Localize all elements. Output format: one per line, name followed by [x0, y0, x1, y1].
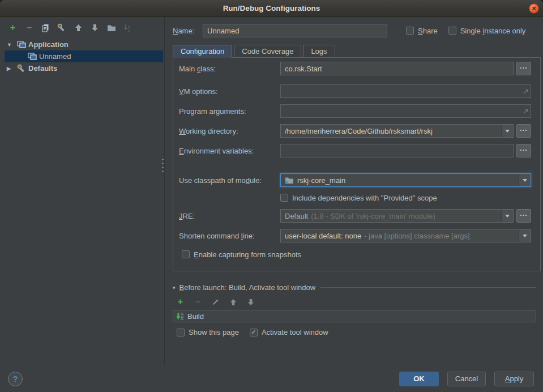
- move-task-up-icon[interactable]: [228, 297, 238, 307]
- program-arguments-wrap: [280, 104, 531, 118]
- module-classpath-value: rskj-core_main: [281, 174, 519, 186]
- splitter-handle[interactable]: [161, 157, 164, 174]
- program-arguments-row: Program arguments:: [179, 104, 540, 118]
- program-arguments-input[interactable]: [280, 104, 531, 118]
- share-checkbox[interactable]: [406, 27, 414, 35]
- tree-item-unnamed[interactable]: Unnamed: [5, 50, 163, 62]
- label-post: ule:: [250, 176, 262, 185]
- collapse-arrow-icon[interactable]: ▾: [173, 285, 176, 291]
- add-configuration-icon[interactable]: +: [8, 23, 18, 33]
- tab-label: Configuration: [181, 47, 224, 56]
- ok-button[interactable]: OK: [399, 372, 439, 386]
- cancel-button[interactable]: Cancel: [447, 372, 486, 386]
- move-task-down-icon[interactable]: [246, 297, 255, 307]
- main-class-row: Main class: ...: [179, 62, 540, 75]
- include-dependencies-row: Include dependencies with "Provided" sco…: [280, 193, 540, 202]
- help-button[interactable]: ?: [8, 372, 23, 386]
- environment-variables-label: Environment variables:: [179, 147, 280, 155]
- show-this-page-checkbox[interactable]: [177, 329, 185, 336]
- copy-configuration-icon[interactable]: [41, 23, 50, 33]
- edit-defaults-icon[interactable]: [57, 23, 67, 33]
- chevron-down-icon[interactable]: ▼: [7, 42, 17, 48]
- remove-task-icon[interactable]: −: [193, 297, 203, 307]
- label-post: ine:: [243, 232, 255, 240]
- tree-item-label: Application: [28, 40, 69, 49]
- chevron-right-icon[interactable]: ▶: [7, 66, 17, 71]
- tree-item-defaults[interactable]: ▶ Defaults: [0, 62, 164, 74]
- working-directory-browse-button[interactable]: ...: [516, 124, 531, 138]
- single-instance-checkbox[interactable]: [448, 27, 456, 35]
- check-icon: ✓: [251, 329, 256, 335]
- label-pre: Shorten command: [179, 232, 241, 240]
- environment-variables-fields: ...: [280, 144, 531, 157]
- jre-row: JRE: Default (1.8 - SDK of 'rskj-core_ma…: [179, 209, 540, 223]
- before-launch-task-row[interactable]: 011001 Build: [173, 310, 536, 322]
- combo-value: rskj-core_main: [297, 176, 345, 185]
- environment-variables-input[interactable]: [280, 144, 514, 157]
- jre-combobox[interactable]: Default (1.8 - SDK of 'rskj-core_main' m…: [280, 209, 514, 223]
- label-pre: Main: [179, 65, 197, 73]
- include-dependencies-checkbox[interactable]: [280, 194, 288, 202]
- separator-line: [320, 287, 536, 288]
- help-icon: ?: [13, 374, 18, 384]
- tab-configuration[interactable]: Configuration: [173, 45, 232, 58]
- before-launch-section: ▾ Before launch: Build, Activate tool wi…: [173, 283, 536, 336]
- main-class-input[interactable]: [280, 62, 514, 75]
- tab-label: Code Coverage: [242, 47, 293, 56]
- dropdown-arrow-icon[interactable]: [519, 229, 531, 242]
- apply-label: Apply: [505, 374, 524, 383]
- label-mnemonic: N: [173, 27, 178, 35]
- enable-capturing-label: Enable capturing form snapshots: [194, 250, 301, 259]
- ok-label: OK: [413, 374, 425, 383]
- working-directory-combobox[interactable]: /home/meriherrera/Code/Github/rsksmart/r…: [280, 124, 514, 138]
- move-up-icon[interactable]: [74, 23, 83, 33]
- main-class-browse-button[interactable]: ...: [516, 62, 531, 75]
- name-input[interactable]: [203, 24, 387, 37]
- sort-configurations-icon[interactable]: az: [123, 23, 132, 33]
- jre-value: Default (1.8 - SDK of 'rskj-core_main' m…: [281, 210, 501, 222]
- dropdown-arrow-icon[interactable]: [501, 210, 513, 222]
- move-down-icon[interactable]: [90, 23, 100, 33]
- module-classpath-combobox[interactable]: rskj-core_main: [280, 173, 531, 187]
- dropdown-arrow-icon[interactable]: [519, 174, 531, 186]
- enable-capturing-checkbox[interactable]: [182, 250, 190, 258]
- jre-label: JRE:: [179, 212, 280, 220]
- enable-capturing-row: Enable capturing form snapshots: [179, 250, 540, 259]
- environment-variables-browse-button[interactable]: ...: [516, 144, 531, 157]
- tab-code-coverage[interactable]: Code Coverage: [234, 45, 301, 58]
- jre-browse-button[interactable]: ...: [516, 209, 531, 223]
- label-post: hare: [423, 27, 438, 35]
- tree-item-application[interactable]: ▼ Application: [0, 39, 164, 50]
- application-type-icon: [17, 41, 28, 48]
- main-class-label: Main class:: [179, 65, 280, 73]
- svg-text:z: z: [128, 28, 130, 32]
- create-folder-icon[interactable]: [106, 23, 116, 33]
- dropdown-arrow-icon[interactable]: [501, 125, 513, 137]
- combo-hint: - java [options] classname [args]: [364, 232, 469, 240]
- combo-hint: (1.8 - SDK of 'rskj-core_main' module): [311, 212, 435, 220]
- plus-icon: +: [10, 23, 15, 32]
- dialog-body: + − az: [0, 17, 543, 365]
- activate-tool-window-checkbox[interactable]: ✓: [250, 329, 258, 336]
- program-arguments-label: Program arguments:: [179, 107, 280, 116]
- vm-options-input[interactable]: [280, 84, 531, 98]
- before-launch-header[interactable]: ▾ Before launch: Build, Activate tool wi…: [173, 283, 536, 292]
- working-directory-fields: /home/meriherrera/Code/Github/rsksmart/r…: [280, 124, 531, 138]
- close-button[interactable]: ×: [529, 3, 539, 14]
- label-mnemonic: B: [179, 283, 185, 292]
- remove-configuration-icon[interactable]: −: [24, 23, 34, 33]
- tab-logs[interactable]: Logs: [303, 45, 335, 58]
- activate-tool-window-label: Activate tool window: [262, 328, 328, 336]
- apply-button[interactable]: Apply: [494, 372, 534, 386]
- combo-value: Default: [285, 212, 308, 220]
- plus-icon: +: [178, 297, 183, 306]
- include-dependencies-label: Include dependencies with "Provided" sco…: [292, 194, 437, 202]
- label-post: ame:: [178, 27, 194, 35]
- task-label: Build: [187, 312, 204, 321]
- close-icon: ×: [532, 5, 536, 12]
- edit-task-icon[interactable]: [211, 297, 220, 307]
- add-task-icon[interactable]: +: [176, 297, 185, 307]
- minus-icon: −: [195, 297, 200, 306]
- shorten-command-line-combobox[interactable]: user-local default: none - java [options…: [280, 229, 531, 242]
- label-mnemonic: W: [179, 127, 186, 135]
